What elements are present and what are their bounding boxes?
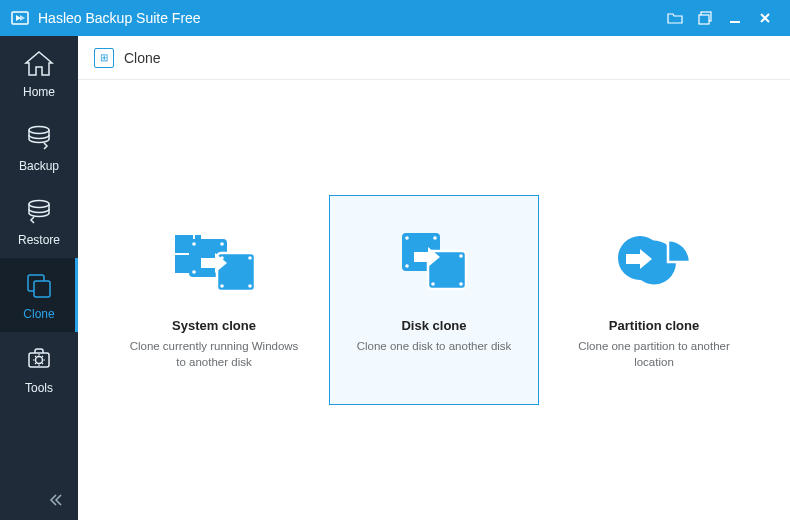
sidebar-item-clone[interactable]: Clone — [0, 258, 78, 332]
svg-rect-11 — [34, 281, 50, 297]
page-header: ⊞ Clone — [78, 36, 790, 80]
card-desc: Clone one disk to another disk — [357, 339, 512, 355]
window-button[interactable] — [690, 0, 720, 36]
svg-point-8 — [29, 127, 49, 134]
sidebar-item-home[interactable]: Home — [0, 36, 78, 110]
svg-point-26 — [248, 284, 252, 288]
card-system-clone[interactable]: System clone Clone currently running Win… — [109, 195, 319, 405]
content: System clone Clone currently running Win… — [78, 80, 790, 520]
svg-point-13 — [36, 357, 43, 364]
card-title: Partition clone — [609, 318, 699, 333]
card-title: Disk clone — [401, 318, 466, 333]
system-clone-icon — [169, 222, 259, 300]
svg-point-29 — [433, 236, 437, 240]
svg-point-35 — [431, 282, 435, 286]
app-title: Hasleo Backup Suite Free — [38, 10, 660, 26]
svg-point-25 — [220, 284, 224, 288]
svg-point-18 — [192, 242, 196, 246]
svg-point-28 — [405, 236, 409, 240]
sidebar-item-label: Restore — [18, 233, 60, 247]
collapse-sidebar-button[interactable] — [0, 480, 78, 520]
card-desc: Clone currently running Windows to anoth… — [126, 339, 302, 370]
sidebar-item-label: Tools — [25, 381, 53, 395]
page-title: Clone — [124, 50, 161, 66]
backup-icon — [24, 121, 54, 155]
svg-point-19 — [220, 242, 224, 246]
sidebar-item-label: Home — [23, 85, 55, 99]
clone-icon — [24, 269, 54, 303]
tools-icon — [24, 343, 54, 377]
card-desc: Clone one partition to another location — [566, 339, 742, 370]
svg-rect-4 — [699, 15, 709, 24]
main: ⊞ Clone — [78, 36, 790, 520]
svg-marker-2 — [20, 15, 25, 21]
svg-point-34 — [459, 254, 463, 258]
partition-clone-icon — [612, 222, 696, 300]
open-folder-button[interactable] — [660, 0, 690, 36]
disk-clone-icon — [394, 222, 474, 300]
chevron-double-left-icon — [48, 492, 64, 508]
card-partition-clone[interactable]: Partition clone Clone one partition to a… — [549, 195, 759, 405]
minimize-button[interactable] — [720, 0, 750, 36]
home-icon — [22, 47, 56, 81]
sidebar-item-tools[interactable]: Tools — [0, 332, 78, 406]
card-disk-clone[interactable]: Disk clone Clone one disk to another dis… — [329, 195, 539, 405]
svg-point-9 — [29, 201, 49, 208]
close-button[interactable] — [750, 0, 780, 36]
app-icon — [10, 8, 30, 28]
svg-point-36 — [459, 282, 463, 286]
sidebar-item-label: Backup — [19, 159, 59, 173]
titlebar: Hasleo Backup Suite Free — [0, 0, 790, 36]
restore-icon — [24, 195, 54, 229]
sidebar-item-label: Clone — [23, 307, 54, 321]
sidebar-item-backup[interactable]: Backup — [0, 110, 78, 184]
svg-point-30 — [405, 264, 409, 268]
sidebar: Home Backup Restore Clone Tools — [0, 36, 78, 520]
svg-point-24 — [248, 256, 252, 260]
clone-header-icon: ⊞ — [94, 48, 114, 68]
sidebar-item-restore[interactable]: Restore — [0, 184, 78, 258]
svg-point-20 — [192, 270, 196, 274]
card-title: System clone — [172, 318, 256, 333]
